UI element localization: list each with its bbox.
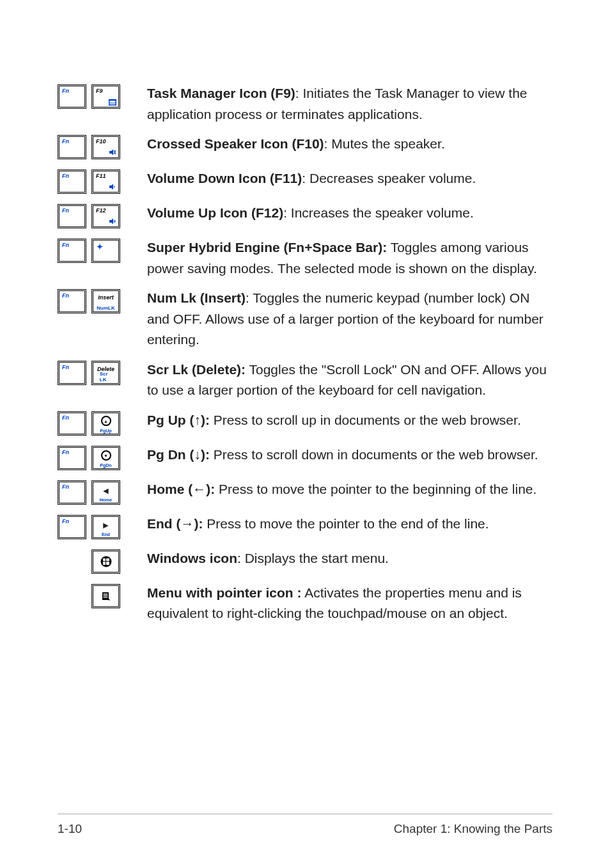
- chapter-title: Chapter 1: Knowing the Parts: [394, 822, 552, 836]
- svg-rect-11: [106, 558, 109, 561]
- svg-rect-12: [103, 562, 106, 565]
- key-combo: FnF10: [58, 134, 147, 159]
- f11-key-icon: F11: [91, 170, 120, 194]
- shortcut-row-pg-up: Fn▲PgUpPg Up (↑): Press to scroll up in …: [58, 410, 552, 436]
- shortcut-row-windows: Windows icon: Displays the start menu.: [58, 548, 552, 574]
- shortcut-description: Volume Down Icon (F11): Decreases speake…: [147, 168, 552, 189]
- fn-key-icon: Fn: [58, 411, 86, 436]
- svg-rect-16: [103, 595, 107, 596]
- shortcut-row-pg-dn: Fn▼PgDnPg Dn (↓): Press to scroll down i…: [58, 445, 552, 470]
- shortcut-row-super-hybrid: Fn✦Super Hybrid Engine (Fn+Space Bar): T…: [58, 237, 552, 279]
- f12-key-icon: F12: [91, 204, 120, 228]
- shortcut-row-scr-lk: FnDeleteScr LKScr Lk (Delete): Toggles t…: [58, 359, 552, 401]
- shortcut-description: Super Hybrid Engine (Fn+Space Bar): Togg…: [147, 237, 552, 279]
- fn-key-icon: Fn: [58, 84, 86, 109]
- shortcut-body: Press to scroll down in documents or the…: [214, 447, 538, 462]
- key-combo: Fn▲PgUp: [58, 410, 147, 436]
- key-combo: [58, 548, 147, 574]
- page: FnF9Task Manager Icon (F9): Initiates th…: [0, 0, 610, 868]
- svg-marker-7: [109, 184, 113, 190]
- fn-key-icon: Fn: [58, 361, 86, 385]
- shortcut-body: Increases the speaker volume.: [291, 205, 474, 220]
- svg-rect-10: [103, 558, 106, 561]
- shortcut-title: Pg Up (↑):: [147, 413, 210, 427]
- key-combo: Fn▼PgDn: [58, 445, 147, 470]
- shortcut-title: Crossed Speaker Icon (F10): [147, 136, 324, 151]
- insert-key-icon: InsertNumLK: [91, 289, 120, 313]
- shortcut-description: Scr Lk (Delete): Toggles the "Scroll Loc…: [147, 359, 552, 401]
- shortcut-row-task-manager: FnF9Task Manager Icon (F9): Initiates th…: [58, 83, 552, 125]
- delete-key-icon: DeleteScr LK: [91, 361, 120, 385]
- fn-key-icon: Fn: [58, 446, 86, 470]
- shortcut-body: Press to scroll up in documents or the w…: [214, 413, 521, 427]
- key-combo: FnDeleteScr LK: [58, 359, 147, 385]
- shortcut-description: Num Lk (Insert): Toggles the numeric key…: [147, 288, 552, 351]
- shortcut-row-menu: Menu with pointer icon : Activates the p…: [58, 583, 552, 624]
- shortcut-title: Menu with pointer icon :: [147, 585, 301, 600]
- f9-key-icon: F9: [91, 84, 120, 109]
- shortcut-description: Home (←): Press to move the pointer to t…: [147, 479, 552, 500]
- key-combo: [58, 583, 147, 608]
- shortcut-description: Pg Up (↑): Press to scroll up in documen…: [147, 410, 552, 431]
- fn-key-icon: Fn: [58, 239, 86, 263]
- fn-key-icon: Fn: [58, 289, 86, 313]
- shortcut-row-end: Fn►EndEnd (→): Press to move the pointer…: [58, 514, 552, 539]
- shortcut-title: Volume Down Icon (F11): [147, 171, 302, 185]
- shortcut-description: Task Manager Icon (F9): Initiates the Ta…: [147, 83, 552, 125]
- shortcut-body: Press to move the pointer to the beginni…: [219, 482, 536, 496]
- fn-key-icon: Fn: [58, 204, 86, 228]
- key-combo: FnInsertNumLK: [58, 288, 147, 313]
- svg-marker-4: [109, 150, 113, 155]
- fn-key-icon: Fn: [58, 170, 86, 194]
- shortcut-title: Home (←):: [147, 482, 215, 496]
- svg-rect-13: [106, 562, 109, 565]
- key-combo: FnF12: [58, 203, 147, 228]
- shortcut-description: Pg Dn (↓): Press to scroll down in docum…: [147, 445, 552, 466]
- key-combo: FnF11: [58, 168, 147, 194]
- left-arrow-key-icon: ◄Home: [91, 480, 120, 505]
- shortcut-description: Menu with pointer icon : Activates the p…: [147, 583, 552, 624]
- right-arrow-key-icon: ►End: [91, 515, 120, 539]
- shortcut-body: Press to move the pointer to the end of …: [207, 516, 489, 531]
- svg-rect-15: [103, 594, 107, 594]
- key-combo: FnF9: [58, 83, 147, 109]
- menu-key-icon: [91, 584, 120, 608]
- fn-key-icon: Fn: [58, 515, 86, 539]
- f10-key-icon: F10: [91, 135, 120, 159]
- key-combo: Fn►End: [58, 514, 147, 539]
- down-arrow-key-icon: ▼PgDn: [91, 446, 120, 470]
- shortcut-body: Displays the start menu.: [245, 551, 389, 565]
- page-number: 1-10: [58, 822, 82, 836]
- shortcut-title: Scr Lk (Delete):: [147, 362, 246, 377]
- key-combo: Fn◄Home: [58, 479, 147, 505]
- svg-marker-8: [109, 219, 113, 225]
- shortcut-description: Windows icon: Displays the start menu.: [147, 548, 552, 569]
- shortcut-title: Pg Dn (↓):: [147, 447, 210, 462]
- shortcut-row-volume-down: FnF11Volume Down Icon (F11): Decreases s…: [58, 168, 552, 194]
- shortcut-row-volume-up: FnF12Volume Up Icon (F12): Increases the…: [58, 203, 552, 228]
- up-arrow-key-icon: ▲PgUp: [91, 411, 120, 436]
- windows-key-icon: [91, 549, 120, 574]
- shortcut-description: End (→): Press to move the pointer to th…: [147, 514, 552, 535]
- shortcut-title: End (→):: [147, 516, 203, 531]
- shortcut-title: Windows icon: [147, 551, 237, 565]
- shortcut-title: Num Lk (Insert): [147, 290, 246, 305]
- fn-key-icon: Fn: [58, 480, 86, 505]
- shortcut-title: Volume Up Icon (F12): [147, 205, 283, 220]
- shortcut-description: Volume Up Icon (F12): Increases the spea…: [147, 203, 552, 224]
- shortcut-description: Crossed Speaker Icon (F10): Mutes the sp…: [147, 134, 552, 155]
- space-key-icon: ✦: [91, 239, 120, 263]
- svg-rect-17: [103, 597, 107, 597]
- page-footer: 1-10 Chapter 1: Knowing the Parts: [58, 814, 552, 836]
- key-combo: Fn✦: [58, 237, 147, 263]
- shortcut-body: Decreases speaker volume.: [309, 171, 476, 185]
- shortcut-row-num-lk: FnInsertNumLKNum Lk (Insert): Toggles th…: [58, 288, 552, 351]
- shortcut-body: Mutes the speaker.: [331, 136, 444, 151]
- shortcut-title: Super Hybrid Engine (Fn+Space Bar):: [147, 240, 387, 255]
- shortcut-title: Task Manager Icon (F9): [147, 86, 295, 100]
- shortcut-list: FnF9Task Manager Icon (F9): Initiates th…: [58, 83, 552, 624]
- shortcut-row-crossed-speaker: FnF10Crossed Speaker Icon (F10): Mutes t…: [58, 134, 552, 159]
- fn-key-icon: Fn: [58, 135, 86, 159]
- shortcut-row-home: Fn◄HomeHome (←): Press to move the point…: [58, 479, 552, 505]
